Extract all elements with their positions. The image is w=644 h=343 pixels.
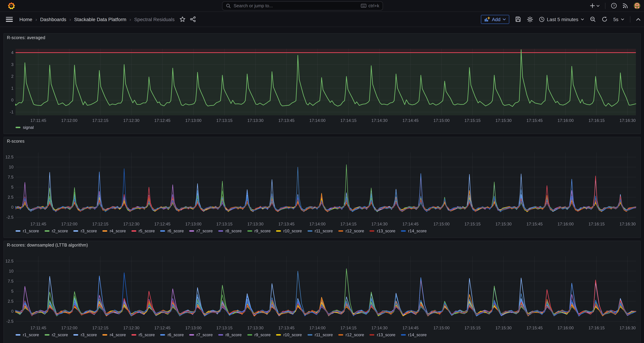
news-button[interactable] — [622, 3, 628, 9]
breadcrumb-separator: › — [130, 17, 131, 22]
y-axis-tick-label: 10 — [9, 269, 14, 273]
zoom-out-icon — [590, 16, 596, 22]
legend-item-r4_score[interactable]: r4_score — [102, 332, 126, 337]
legend-label: signal — [23, 125, 34, 130]
help-button[interactable]: ? — [611, 3, 617, 9]
x-axis-tick-label: 17:15:00 — [434, 118, 450, 123]
legend-item-r6_score[interactable]: r6_score — [160, 229, 184, 233]
add-panel-button[interactable]: Add — [481, 15, 509, 24]
timeseries-chart[interactable]: 12.5107.552.50-2.517:11:4517:12:0017:12:… — [4, 137, 641, 238]
legend-item-r8_score[interactable]: r8_score — [218, 332, 242, 337]
legend-item-r2_score[interactable]: r2_score — [44, 332, 68, 337]
legend-item-r11_score[interactable]: r11_score — [308, 332, 333, 337]
legend-item-r8_score[interactable]: r8_score — [218, 229, 242, 233]
legend-item-r3_score[interactable]: r3_score — [74, 229, 97, 233]
x-axis-tick-label: 17:13:30 — [247, 222, 264, 226]
legend-swatch — [401, 334, 406, 336]
divider — [630, 16, 630, 22]
legend-item-r10_score[interactable]: r10_score — [276, 332, 302, 337]
timeseries-chart[interactable]: 12.5107.552.50-2.517:11:4517:12:0017:12:… — [4, 241, 641, 343]
legend-item-r2_score[interactable]: r2_score — [44, 229, 68, 233]
x-axis-tick-label: 17:14:45 — [402, 118, 418, 123]
legend-item-r10_score[interactable]: r10_score — [276, 229, 302, 233]
legend-item-r12_score[interactable]: r12_score — [338, 332, 364, 337]
legend-label: r14_score — [408, 332, 427, 337]
legend-item-r5_score[interactable]: r5_score — [132, 229, 155, 233]
collapse-toolbar-button[interactable] — [636, 18, 640, 21]
x-axis-tick-label: 17:16:30 — [620, 118, 636, 123]
breadcrumb-item[interactable]: Home — [19, 17, 32, 22]
search-input[interactable]: Search or jump to... ctrl+k — [222, 1, 383, 10]
legend-swatch — [247, 230, 252, 232]
time-range-picker[interactable]: Last 5 minutes — [539, 17, 584, 22]
x-axis-tick-label: 17:12:30 — [123, 325, 140, 330]
refresh-icon — [602, 16, 607, 22]
new-button[interactable] — [590, 3, 599, 8]
y-axis-tick-label: 2 — [11, 74, 14, 79]
refresh-interval-picker[interactable]: 5s — [613, 17, 624, 22]
timeseries-chart[interactable]: 43210-117:11:4517:12:0017:12:1517:12:301… — [4, 34, 641, 134]
legend-item-r1_score[interactable]: r1_score — [16, 229, 39, 233]
zoom-out-button[interactable] — [590, 16, 596, 22]
menu-toggle-icon[interactable] — [6, 17, 13, 22]
dashboard-settings-button[interactable] — [527, 16, 533, 22]
x-axis-tick-label: 17:11:45 — [30, 222, 46, 226]
legend-label: r7_score — [196, 332, 212, 337]
search-shortcut: ctrl+k — [361, 3, 379, 8]
breadcrumb-item[interactable]: Stackable Data Platform — [74, 17, 126, 22]
x-axis-tick-label: 17:15:15 — [464, 222, 480, 226]
legend-label: r14_score — [408, 229, 427, 233]
legend-swatch — [370, 334, 374, 336]
legend-item-r3_score[interactable]: r3_score — [74, 332, 97, 337]
x-axis-tick-label: 17:15:00 — [434, 325, 450, 330]
share-icon[interactable] — [190, 16, 196, 22]
user-avatar[interactable] — [634, 3, 640, 9]
x-axis-tick-label: 17:13:15 — [216, 222, 232, 226]
x-axis-tick-label: 17:13:15 — [216, 325, 232, 330]
legend-item-r13_score[interactable]: r13_score — [370, 332, 396, 337]
refresh-button[interactable] — [602, 16, 607, 22]
plus-icon — [590, 3, 595, 8]
legend-label: r3_score — [81, 332, 97, 337]
grafana-logo-icon[interactable] — [7, 2, 16, 10]
legend-swatch — [132, 230, 136, 232]
svg-text:?: ? — [613, 4, 615, 8]
legend-item-r14_score[interactable]: r14_score — [401, 332, 427, 337]
legend-item-r12_score[interactable]: r12_score — [338, 229, 364, 233]
legend-item-r7_score[interactable]: r7_score — [189, 229, 212, 233]
legend-item-r9_score[interactable]: r9_score — [247, 332, 270, 337]
x-axis-tick-label: 17:12:15 — [92, 118, 108, 123]
series-line-r2_score — [16, 165, 636, 212]
legend-item-r7_score[interactable]: r7_score — [189, 332, 212, 337]
legend-label: r7_score — [196, 229, 212, 233]
legend-item-r14_score[interactable]: r14_score — [401, 229, 427, 233]
legend-label: r5_score — [139, 229, 155, 233]
y-axis-tick-label: 5 — [11, 185, 14, 189]
legend-swatch — [44, 230, 49, 232]
legend-swatch — [308, 334, 312, 336]
breadcrumb-item[interactable]: Dashboards — [40, 17, 66, 22]
legend-item-r6_score[interactable]: r6_score — [160, 332, 184, 337]
save-dashboard-button[interactable] — [515, 16, 521, 22]
x-axis-tick-label: 17:13:45 — [278, 325, 294, 330]
star-icon[interactable] — [180, 16, 185, 22]
legend-item-r5_score[interactable]: r5_score — [132, 332, 155, 337]
legend-swatch — [189, 334, 194, 336]
search-icon — [226, 3, 231, 8]
legend-item-r13_score[interactable]: r13_score — [370, 229, 396, 233]
legend-label: r11_score — [315, 229, 333, 233]
legend-item-signal[interactable]: signal — [16, 125, 34, 130]
y-axis-tick-label: 1 — [11, 86, 14, 91]
y-axis-tick-label: 3 — [11, 62, 14, 67]
legend-item-r9_score[interactable]: r9_score — [247, 229, 270, 233]
legend-swatch — [276, 230, 281, 232]
x-axis-tick-label: 17:16:00 — [558, 222, 574, 226]
help-icon: ? — [611, 3, 617, 9]
legend-item-r11_score[interactable]: r11_score — [308, 229, 333, 233]
legend-item-r1_score[interactable]: r1_score — [16, 332, 39, 337]
legend-label: r8_score — [226, 229, 242, 233]
chevron-down-icon — [596, 5, 599, 7]
legend-swatch — [102, 230, 107, 232]
legend-item-r4_score[interactable]: r4_score — [102, 229, 126, 233]
legend-label: r10_score — [283, 229, 302, 233]
